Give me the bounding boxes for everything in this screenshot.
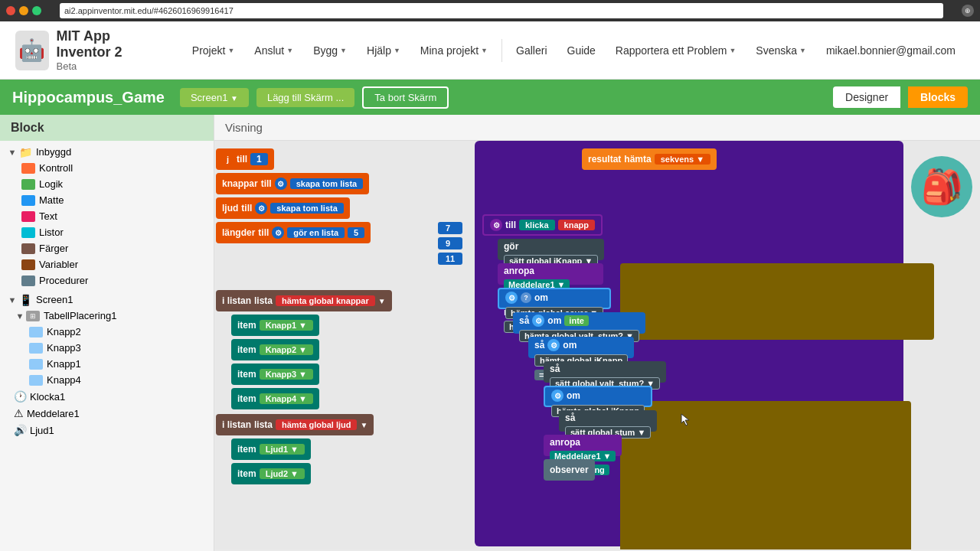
nav-item-anslut[interactable]: Anslut ▼ bbox=[245, 40, 302, 61]
main-area: Block ▼ 📁 Inbyggd Kontroll Logik Matte bbox=[0, 115, 980, 551]
chevron-down-icon: ▼ bbox=[227, 47, 234, 54]
block-item-ljud2[interactable]: item Ljud2 ▼ bbox=[231, 463, 311, 484]
nav-divider bbox=[501, 39, 502, 62]
collapse-icon: ▼ bbox=[6, 295, 18, 305]
sidebar-item-knapp3[interactable]: Knapp3 bbox=[0, 340, 214, 356]
blocks-button[interactable]: Blocks bbox=[908, 86, 968, 108]
kontroll-icon bbox=[21, 163, 35, 174]
clock-icon: 🕐 bbox=[14, 390, 27, 403]
chevron-down-icon: ▼ bbox=[230, 94, 238, 103]
result-area: resultat hämta sekvens ▼ bbox=[482, 148, 617, 170]
knapp4-icon bbox=[29, 375, 43, 386]
nav-item-bygg[interactable]: Bygg ▼ bbox=[304, 40, 356, 61]
sidebar-section-screen1[interactable]: ▼ 📱 Screen1 bbox=[0, 292, 214, 308]
browser-topbar: ai2.appinventor.mit.edu/#462601696991641… bbox=[0, 0, 980, 21]
sidebar-item-knapp1[interactable]: Knapp1 bbox=[0, 356, 214, 372]
event-handler-container: ⚙ till klicka knapp gör sätt global iKna… bbox=[482, 214, 603, 236]
sidebar-header: Block bbox=[0, 115, 214, 141]
block-sa-om-iknapp[interactable]: så ⚙ om hämta global iKnapp = bbox=[528, 337, 634, 358]
block-anropa-visavarning[interactable]: anropa Meddelare1 ▼ .VisaVarning bbox=[544, 435, 622, 456]
block-observer[interactable]: observer bbox=[544, 459, 595, 481]
nav-item-user[interactable]: mikael.bonnier@gmail.com bbox=[817, 40, 965, 61]
sidebar: Block ▼ 📁 Inbyggd Kontroll Logik Matte bbox=[0, 115, 214, 551]
text-icon bbox=[21, 211, 35, 222]
block-item-knapp2[interactable]: item Knapp2 ▼ bbox=[231, 339, 319, 360]
block-item-knapp3[interactable]: item Knapp3 ▼ bbox=[231, 364, 319, 385]
sidebar-item-kontroll[interactable]: Kontroll bbox=[0, 160, 214, 176]
sidebar-item-ljud1[interactable]: 🔊 Ljud1 bbox=[0, 422, 214, 439]
nav-item-galleri[interactable]: Galleri bbox=[507, 40, 556, 61]
logo-text-area: MIT App Inventor 2 Beta bbox=[57, 28, 160, 72]
screen-selector-button[interactable]: Screen1 ▼ bbox=[180, 88, 249, 107]
listor-icon bbox=[21, 227, 35, 238]
collapse-icon: ▼ bbox=[6, 148, 18, 157]
block-item-ljud1[interactable]: item Ljud1 ▼ bbox=[231, 439, 311, 460]
sidebar-item-procedurer[interactable]: Procedurer bbox=[0, 272, 214, 289]
block-om-sover[interactable]: ⚙ ? om hämta global sover ▼ bbox=[498, 288, 611, 309]
block-foreach-ljud[interactable]: i listan lista hämta global ljud ▼ bbox=[216, 414, 374, 435]
nav-item-guide[interactable]: Guide bbox=[558, 40, 605, 61]
variabler-icon bbox=[21, 259, 35, 270]
canvas-area: Visning 🎒 j till 1 knappar till ⚙ ska bbox=[214, 115, 980, 551]
sidebar-item-matte[interactable]: Matte bbox=[0, 192, 214, 208]
block-event-klicka[interactable]: ⚙ till klicka knapp bbox=[482, 214, 603, 236]
canvas-content[interactable]: 🎒 j till 1 knappar till ⚙ skapa tom list… bbox=[214, 141, 980, 549]
sound-icon: 🔊 bbox=[14, 424, 27, 436]
nav-item-svenska[interactable]: Svenska ▼ bbox=[746, 40, 815, 61]
block-anropa-logginfo[interactable]: anropa Meddelare1 ▼ .Logginfo meddelande… bbox=[498, 263, 603, 285]
foreach-ljud-container: i listan lista hämta global ljud ▼ item … bbox=[216, 414, 374, 435]
sidebar-section-inbyggd[interactable]: ▼ 📁 Inbyggd bbox=[0, 144, 214, 160]
sidebar-item-farger[interactable]: Färger bbox=[0, 240, 214, 256]
block-item-knapp1[interactable]: item Knapp1 ▼ bbox=[231, 315, 319, 336]
chevron-down-icon: ▼ bbox=[394, 47, 400, 54]
sidebar-item-tabellplacering[interactable]: ▼ ⊞ TabellPlacering1 bbox=[0, 308, 214, 324]
block-langder-container[interactable]: längder till ⚙ gör en lista 5 7 9 11 bbox=[216, 222, 371, 243]
block-num-11[interactable]: 11 bbox=[438, 253, 462, 265]
sidebar-content[interactable]: ▼ 📁 Inbyggd Kontroll Logik Matte Text bbox=[0, 141, 214, 551]
gold-container bbox=[620, 263, 934, 340]
sidebar-item-listor[interactable]: Listor bbox=[0, 224, 214, 240]
nav-item-hjalp[interactable]: Hjälp ▼ bbox=[358, 40, 410, 61]
backpack-icon[interactable]: 🎒 bbox=[911, 156, 972, 217]
block-num-9[interactable]: 9 bbox=[438, 237, 462, 249]
sidebar-item-variabler[interactable]: Variabler bbox=[0, 256, 214, 272]
block-sa-om-inte[interactable]: så ⚙ om inte hämta global valt_stum? ▼ bbox=[513, 312, 645, 334]
foreach-knappar-container: i listan lista hämta global knappar ▼ it… bbox=[216, 290, 392, 311]
logo-title: MIT App Inventor 2 bbox=[57, 28, 160, 60]
projectbar: Hippocampus_Game Screen1 ▼ Lägg till Skä… bbox=[0, 80, 980, 115]
logo-icon: 🤖 bbox=[15, 31, 49, 70]
block-gor-satt[interactable]: gör sätt global iKnapp ▼ till avrunda Kn… bbox=[498, 239, 604, 260]
nav-item-projekt[interactable]: Projekt ▼ bbox=[183, 40, 244, 61]
chevron-down-icon: ▼ bbox=[340, 47, 347, 54]
farger-icon bbox=[21, 243, 35, 254]
block-om-iknapp2[interactable]: ⚙ om hämta global iKnapp bbox=[544, 386, 652, 407]
block-langder[interactable]: längder till ⚙ gör en lista 5 bbox=[216, 222, 371, 243]
project-name: Hippocampus_Game bbox=[12, 89, 165, 106]
block-resultat[interactable]: resultat hämta sekvens ▼ bbox=[582, 148, 717, 170]
block-ljud[interactable]: ljud till ⚙ skapa tom lista bbox=[216, 197, 350, 219]
nav-item-rapportera[interactable]: Rapportera ett Problem ▼ bbox=[606, 40, 745, 61]
block-knappar[interactable]: knappar till ⚙ skapa tom lista bbox=[216, 173, 369, 194]
block-satt-valt-stum[interactable]: så sätt global valt_stum? ▼ till sant bbox=[544, 361, 666, 383]
url-bar[interactable]: ai2.appinventor.mit.edu/#462601696991641… bbox=[60, 3, 943, 18]
sidebar-item-meddelare1[interactable]: ⚠ Meddelare1 bbox=[0, 405, 214, 422]
sidebar-item-text[interactable]: Text bbox=[0, 208, 214, 224]
chevron-down-icon: ▼ bbox=[286, 47, 293, 54]
logik-icon bbox=[21, 179, 35, 190]
block-item-knapp4[interactable]: item Knapp4 ▼ bbox=[231, 388, 319, 409]
block-num-7[interactable]: 7 bbox=[438, 222, 462, 234]
sidebar-item-logik[interactable]: Logik bbox=[0, 176, 214, 192]
designer-button[interactable]: Designer bbox=[833, 86, 900, 108]
sidebar-item-klocka1[interactable]: 🕐 Klocka1 bbox=[0, 388, 214, 405]
remove-screen-button[interactable]: Ta bort Skärm bbox=[362, 86, 449, 109]
add-screen-button[interactable]: Lägg till Skärm ... bbox=[256, 88, 354, 107]
logo-area: 🤖 MIT App Inventor 2 Beta bbox=[15, 28, 160, 72]
block-satt-stum-falskt[interactable]: så sätt global stum ▼ till falskt bbox=[559, 410, 657, 432]
nav-item-mina-projekt[interactable]: Mina projekt ▼ bbox=[411, 40, 497, 61]
knapp2-icon bbox=[29, 327, 43, 337]
block-foreach-knappar[interactable]: i listan lista hämta global knappar ▼ bbox=[216, 290, 392, 311]
sidebar-item-knapp2[interactable]: Knapp2 bbox=[0, 324, 214, 340]
block-j-till-1[interactable]: j till 1 bbox=[216, 148, 274, 170]
navbar: 🤖 MIT App Inventor 2 Beta Projekt ▼ Ansl… bbox=[0, 21, 980, 80]
sidebar-item-knapp4[interactable]: Knapp4 bbox=[0, 372, 214, 388]
